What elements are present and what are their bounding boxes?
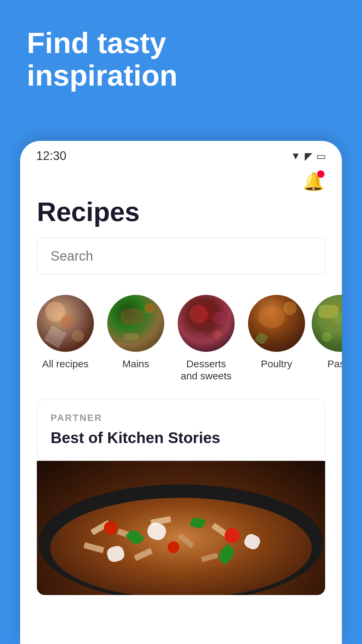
search-input[interactable] — [37, 237, 325, 275]
category-mains[interactable]: Mains — [107, 295, 164, 382]
food-image — [37, 461, 325, 595]
search-container — [20, 237, 342, 288]
hero-title-line1: Find tasty — [27, 26, 166, 59]
categories-scroll: All recipes Mains Dessert — [20, 288, 342, 389]
partner-title: Best of Kitchen Stories — [51, 429, 311, 447]
notification-area: 🔔 — [20, 163, 342, 193]
category-circle-desserts — [178, 295, 235, 352]
category-circle-mains — [107, 295, 164, 352]
category-all-recipes[interactable]: All recipes — [37, 295, 94, 382]
status-bar: 12:30 ▼ ◤ ▭ — [20, 141, 342, 163]
status-icons: ▼ ◤ ▭ — [291, 150, 326, 162]
category-label-all-recipes: All recipes — [42, 358, 88, 370]
category-label-pasta: Pasta — [327, 358, 342, 370]
category-circle-poultry — [248, 295, 305, 352]
signal-icon: ◤ — [305, 150, 312, 162]
partner-section: PARTNER Best of Kitchen Stories — [37, 399, 325, 461]
pasta-visual — [37, 461, 325, 595]
category-pasta[interactable]: Pasta — [318, 295, 342, 382]
category-circle-all-recipes — [37, 295, 94, 352]
status-time: 12:30 — [36, 149, 66, 163]
category-label-mains: Mains — [122, 358, 149, 370]
category-label-poultry: Poultry — [261, 358, 292, 370]
hero-title: Find tasty inspiration — [27, 27, 335, 92]
notification-bell-button[interactable]: 🔔 — [302, 170, 325, 193]
category-desserts[interactable]: Desserts and sweets — [178, 295, 235, 382]
category-label-desserts: Desserts and sweets — [178, 358, 235, 382]
hero-title-line2: inspiration — [27, 59, 178, 92]
category-circle-pasta — [312, 295, 342, 352]
partner-label: PARTNER — [51, 413, 311, 423]
notification-badge — [317, 170, 324, 178]
page-title: Recipes — [20, 193, 342, 237]
wifi-icon: ▼ — [291, 150, 301, 162]
category-poultry[interactable]: Poultry — [248, 295, 305, 382]
battery-icon: ▭ — [316, 150, 326, 162]
phone-card: 12:30 ▼ ◤ ▭ 🔔 Recipes — [20, 141, 342, 644]
hero-section: Find tasty inspiration — [27, 27, 335, 92]
